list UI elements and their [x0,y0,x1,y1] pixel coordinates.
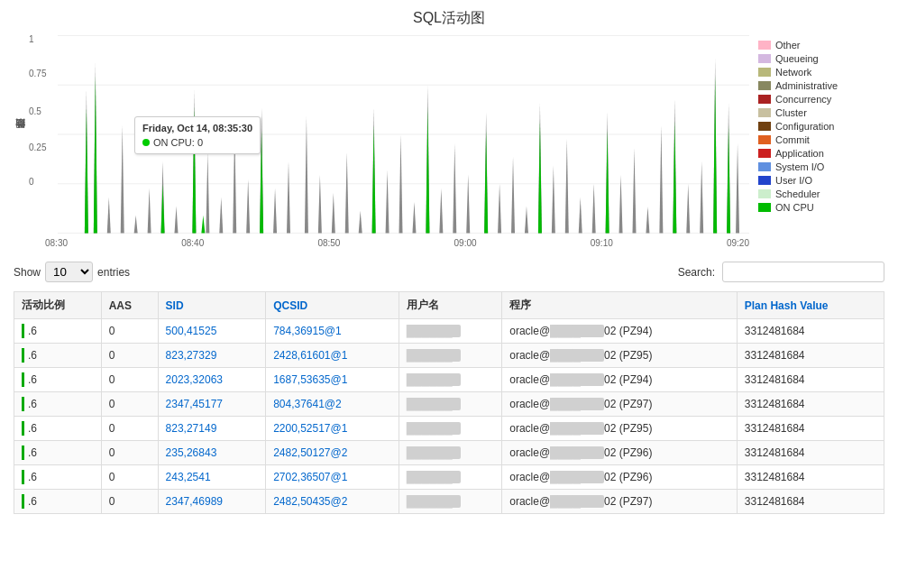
svg-marker-7 [107,198,111,234]
cell-program: oracle@████02 (PZ97) [502,392,738,417]
legend-label-queueing: Queueing [775,53,819,64]
col-username: 用户名 [399,292,501,319]
legend-label-user-io: User I/O [775,175,812,186]
tooltip-value: ON CPU: 0 [153,137,203,148]
table-row: .6 0 243,2541 2702,36507@1 ██████ oracle… [14,465,884,490]
svg-marker-25 [359,211,362,234]
cell-aas: 0 [101,368,158,392]
table-row: .6 0 2347,46989 2482,50435@2 ██████ orac… [14,490,884,514]
cell-sid: 823,27329 [158,344,266,368]
header-row: 活动比例 AAS SID QCSID 用户名 程序 Plan Hash Valu… [14,292,884,319]
svg-marker-23 [332,193,335,234]
svg-marker-53 [736,143,739,234]
chart-area: 活动绘图数 1 0.75 0.5 0.25 0 [14,35,884,248]
chart-svg-container: Friday, Oct 14, 08:35:30 ON CPU: 0 [58,35,749,236]
cell-qcsid: 2702,36507@1 [266,465,399,490]
cell-program: oracle@████02 (PZ94) [502,319,738,344]
cell-aas: 0 [101,344,158,368]
table-header: 活动比例 AAS SID QCSID 用户名 程序 Plan Hash Valu… [14,292,884,319]
svg-marker-41 [579,198,582,234]
svg-marker-42 [592,184,596,234]
cell-plan-hash: 3312481684 [737,441,884,465]
legend-item-concurrency: Concurrency [758,94,884,105]
cell-sid: 2347,46989 [158,490,266,514]
svg-marker-15 [219,198,223,234]
search-row: Search: [678,262,884,282]
chart-wrapper: 活动绘图数 1 0.75 0.5 0.25 0 [14,35,749,236]
legend-label-on-cpu: ON CPU [775,202,814,213]
cell-aas: 0 [101,392,158,417]
cell-program: oracle@████02 (PZ96) [502,441,738,465]
svg-marker-8 [121,125,124,234]
cell-qcsid: 804,37641@2 [266,392,399,417]
cell-username: ██████ [399,368,501,392]
legend-label-administrative: Administrative [775,80,838,91]
cell-sid: 823,27149 [158,417,266,441]
svg-marker-36 [511,157,515,234]
tooltip-row: ON CPU: 0 [142,137,252,148]
svg-marker-10 [148,188,151,234]
table-row: .6 0 2347,45177 804,37641@2 ██████ oracl… [14,392,884,417]
svg-marker-54 [85,107,88,233]
legend-item-application: Application [758,148,884,159]
cell-qcsid: 2200,52517@1 [266,417,399,441]
svg-marker-61 [426,107,429,233]
table-body: .6 0 500,41525 784,36915@1 ██████ oracle… [14,319,884,514]
table-row: .6 0 823,27149 2200,52517@1 ██████ oracl… [14,417,884,441]
legend-item-user-io: User I/O [758,175,884,186]
cell-sid: 235,26843 [158,441,266,465]
col-plan-hash: Plan Hash Value [737,292,884,319]
cell-sid: 2347,45177 [158,392,266,417]
cell-sid: 243,2541 [158,465,266,490]
svg-marker-29 [412,202,416,234]
cell-plan-hash: 3312481684 [737,368,884,392]
legend-label-commit: Commit [775,134,810,145]
y-axis: 1 0.75 0.5 0.25 0 [29,35,56,236]
col-sid: SID [158,292,266,319]
cell-program: oracle@████02 (PZ95) [502,344,738,368]
cell-plan-hash: 3312481684 [737,392,884,417]
search-input[interactable] [722,262,884,282]
cell-ratio: .6 [14,344,102,368]
legend-color-network [758,68,771,77]
legend-item-system-io: System I/O [758,161,884,172]
table-row: .6 0 2023,32063 1687,53635@1 ██████ orac… [14,368,884,392]
cell-program: oracle@████02 (PZ95) [502,417,738,441]
cell-program: oracle@████02 (PZ94) [502,368,738,392]
svg-marker-35 [498,184,501,234]
legend-item-administrative: Administrative [758,80,884,91]
svg-marker-40 [565,139,569,234]
legend-color-other [758,41,771,50]
tooltip-title: Friday, Oct 14, 08:35:30 [142,123,252,133]
entries-select[interactable]: 10 25 50 100 [45,262,93,282]
controls-row: Show 10 25 50 100 entries Search: [14,262,884,282]
svg-marker-31 [439,188,443,234]
legend-color-system-io [758,162,771,171]
legend-color-commit [758,135,771,144]
legend-color-configuration [758,122,771,131]
table-row: .6 0 235,26843 2482,50127@2 ██████ oracl… [14,441,884,465]
cell-ratio: .6 [14,490,102,514]
cell-ratio: .6 [14,417,102,441]
svg-marker-17 [246,179,250,234]
svg-marker-46 [646,207,649,234]
svg-marker-45 [633,148,637,234]
legend-color-on-cpu [758,203,771,212]
legend-label-network: Network [775,67,811,78]
cell-aas: 0 [101,417,158,441]
cell-plan-hash: 3312481684 [737,344,884,368]
legend-color-scheduler [758,189,771,198]
svg-marker-19 [273,188,277,234]
col-program: 程序 [502,292,738,319]
svg-marker-20 [287,161,290,234]
legend-color-user-io [758,176,771,185]
svg-marker-24 [345,152,349,234]
chart-tooltip: Friday, Oct 14, 08:35:30 ON CPU: 0 [134,116,261,154]
legend-label-scheduler: Scheduler [775,188,820,199]
svg-marker-62 [484,130,488,234]
col-qcsid: QCSID [266,292,399,319]
cell-aas: 0 [101,441,158,465]
col-ratio: 活动比例 [14,292,102,319]
cell-plan-hash: 3312481684 [737,465,884,490]
chart-title: SQL活动图 [14,9,884,28]
